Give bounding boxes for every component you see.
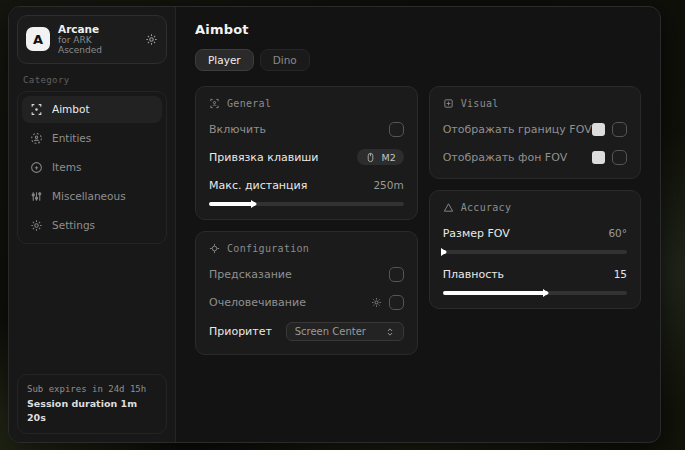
sidebar-item-label: Settings (52, 219, 95, 231)
fov-border-row: Отображать границу FOV (443, 121, 627, 137)
humanization-settings-icon[interactable] (371, 297, 382, 308)
sidebar-item-label: Aimbot (52, 103, 90, 115)
smoothness-slider[interactable] (443, 291, 627, 295)
sidebar-item-settings[interactable]: Settings (22, 212, 162, 239)
sidebar-item-label: Entities (52, 132, 91, 144)
humanization-row: Очеловечивание (209, 294, 404, 310)
prediction-checkbox[interactable] (389, 267, 404, 282)
page-title: Aimbot (195, 22, 641, 37)
keybind-button[interactable]: M2 (357, 149, 403, 165)
panel-accuracy: Accuracy Размер FOV 60° Плавность 15 (429, 190, 641, 309)
fov-size-value: 60° (608, 227, 627, 239)
main-content: Aimbot Player Dino General Включить (176, 7, 660, 442)
fov-bg-row: Отображать фон FOV (443, 149, 627, 165)
keybind-row: Привязка клавиши M2 (209, 149, 404, 165)
settings-gear-icon[interactable] (145, 33, 158, 46)
sidebar-item-miscellaneous[interactable]: Miscellaneous (22, 183, 162, 210)
session-card: Sub expires in 24d 15h Session duration … (17, 374, 167, 434)
panel-title: Visual (461, 98, 499, 109)
entities-icon (30, 132, 43, 145)
max-distance-value: 250m (373, 179, 403, 191)
fov-border-color-swatch[interactable] (592, 123, 605, 136)
fov-border-checkbox[interactable] (612, 122, 627, 137)
enable-checkbox[interactable] (389, 122, 404, 137)
panel-general: General Включить Привязка клавиши M2 (195, 86, 418, 220)
sidebar: A Arcane for ARK Ascended Category Aimbo… (9, 7, 176, 442)
panel-title: Accuracy (461, 202, 512, 213)
humanization-checkbox[interactable] (389, 295, 404, 310)
mouse-icon (365, 152, 376, 163)
sidebar-item-items[interactable]: Items (22, 154, 162, 181)
prediction-row: Предсказание (209, 266, 404, 282)
sidebar-item-label: Miscellaneous (52, 190, 126, 202)
chevron-up-down-icon (385, 327, 395, 337)
max-distance-slider[interactable] (209, 202, 404, 206)
eye-box-icon (443, 98, 454, 109)
priority-row: Приоритет Screen Center (209, 322, 404, 341)
tab-bar: Player Dino (195, 49, 641, 71)
panel-title: Configuration (227, 243, 309, 254)
brand-card: A Arcane for ARK Ascended (17, 15, 167, 64)
tab-dino[interactable]: Dino (260, 49, 310, 71)
smoothness-row: Плавность 15 (443, 266, 627, 282)
scan-person-icon (209, 98, 220, 109)
fov-size-slider[interactable] (443, 250, 627, 254)
smoothness-value: 15 (614, 268, 627, 280)
max-distance-row: Макс. дистанция 250m (209, 177, 404, 193)
sidebar-item-entities[interactable]: Entities (22, 125, 162, 152)
category-label: Category (23, 75, 161, 85)
tab-player[interactable]: Player (195, 49, 254, 71)
crosshair-icon (30, 103, 43, 116)
panel-configuration: Configuration Предсказание Очеловечивани… (195, 231, 418, 355)
target-icon (209, 243, 220, 254)
panel-visual: Visual Отображать границу FOV Отображать… (429, 86, 641, 179)
sub-expires-text: Sub expires in 24d 15h (27, 383, 157, 397)
triangle-icon (443, 202, 454, 213)
app-name: Arcane (58, 23, 137, 35)
keybind-value: M2 (381, 152, 395, 163)
sliders-icon (30, 190, 43, 203)
app-logo: A (26, 27, 50, 51)
fov-bg-color-swatch[interactable] (592, 151, 605, 164)
priority-value: Screen Center (295, 326, 366, 337)
sidebar-item-aimbot[interactable]: Aimbot (22, 96, 162, 123)
backpack-icon (30, 161, 43, 174)
enable-row: Включить (209, 121, 404, 137)
fov-size-row: Размер FOV 60° (443, 225, 627, 241)
cheat-window: A Arcane for ARK Ascended Category Aimbo… (8, 6, 661, 443)
priority-dropdown[interactable]: Screen Center (286, 322, 404, 341)
app-subtitle: for ARK Ascended (58, 35, 137, 56)
session-duration-text: Session duration 1m 20s (27, 397, 157, 426)
gear-icon (30, 219, 43, 232)
fov-bg-checkbox[interactable] (612, 150, 627, 165)
sidebar-nav: Aimbot Entities Items Miscellaneous (17, 91, 167, 244)
panel-title: General (227, 98, 271, 109)
sidebar-item-label: Items (52, 161, 81, 173)
